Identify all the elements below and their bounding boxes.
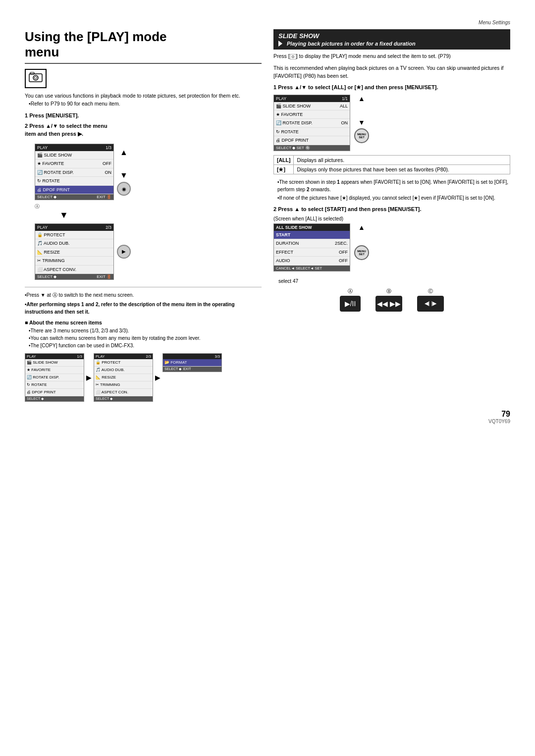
arrow-between-1: ▶ (85, 374, 93, 381)
right-arrow-up: ▲ (358, 95, 365, 103)
rmm-footer: SELECT ◆ SET 🔘 (274, 145, 350, 151)
asm-row: EFFECTOFF (274, 248, 350, 257)
down-arrow-icon: ▼ (59, 210, 262, 220)
btn-c-label: Ⓒ (417, 288, 444, 295)
vqt-code: VQT0Y69 (25, 419, 510, 424)
menu-row: 🔒 PROTECT (35, 231, 113, 239)
menu2-header: PLAY 2/3 (35, 224, 113, 231)
triangle-icon (278, 41, 282, 47)
menu-settings-label: Menu Settings (479, 20, 510, 25)
select-47-label: select 47 (278, 278, 510, 284)
menu-row: 🎬 SLIDE SHOW (35, 151, 113, 160)
arrow-between-2: ▶ (154, 374, 161, 381)
rmm-row: 🖨 DPOF PRINT (274, 136, 350, 145)
menu-row: ⬜ ASPECT CONV. (35, 266, 113, 274)
btn-b-shape: ◀◀ ▶▶ (375, 296, 402, 312)
btn-c-shape: ◀| |▶ (417, 296, 444, 312)
menu1-mockup: PLAY 1/3 🎬 SLIDE SHOW ★ FAVORITEOFF 🔄 RO… (35, 144, 114, 200)
right-arrows: ▲ ▼ MENU SET (354, 95, 369, 143)
arrow-down-icon: ▼ (120, 171, 128, 180)
rmm-row: ↻ ROTATE (274, 128, 350, 136)
menu-set-btn: MENU SET (354, 128, 369, 143)
table-cell-val: Displays only those pictures that have b… (294, 164, 510, 174)
asm-header: ALL SLIDE SHOW (274, 224, 350, 231)
allslide-menu-set-btn: MENU SET (354, 245, 369, 260)
circle-a-label: Ⓐ (35, 203, 262, 210)
nav-wheel: ◉ (117, 182, 131, 196)
page-title: Using the [PLAY] mode menu (25, 29, 262, 64)
arrow-up-icon: ▲ (120, 148, 128, 157)
about-section: About the menu screen items •There are 3… (25, 320, 262, 349)
page-number: 79 (25, 410, 510, 419)
right-menu-mockup: PLAY1/1 🎬 SLIDE SHOWALL ★ FAVORITE 🔄 ROT… (273, 95, 350, 151)
slide-show-title: SLIDE SHOW (278, 32, 505, 40)
rmm-row: 🔄 ROTATE DISP.ON (274, 119, 350, 127)
allslide-arrows: ▲ MENU SET (354, 223, 369, 260)
svg-point-3 (35, 77, 37, 79)
btn-b: Ⓑ ◀◀ ▶▶ (375, 288, 402, 312)
left-column: Using the [PLAY] mode menu You can use v… (25, 29, 262, 402)
slide-show-header: SLIDE SHOW Playing back pictures in orde… (273, 29, 510, 50)
allslide-arrow-up: ▲ (358, 223, 365, 231)
menu2-area: PLAY 2/3 🔒 PROTECT 🎵 AUDIO DUB. 📐 RESIZE… (25, 220, 262, 283)
asm-footer: CANCEL◄ SELECT◄ SET (274, 266, 350, 271)
table-cell-val: Displays all pictures. (294, 155, 510, 164)
asm-row: DURATION2SEC. (274, 239, 350, 248)
right-menu-area: PLAY1/1 🎬 SLIDE SHOWALL ★ FAVORITE 🔄 ROT… (273, 95, 510, 151)
right-arrow-down: ▼ (358, 118, 365, 126)
right-arrow-col: ▶ (117, 245, 131, 259)
arrows-col: ▲ ▼ ◉ (117, 148, 131, 196)
right-step1: 1 Press ▲/▼ to select [ALL] or [★] and t… (273, 84, 510, 91)
menu1-header: PLAY 1/3 (35, 144, 113, 151)
bullet-notes: •The screen shown in step 1 appears when… (273, 178, 510, 202)
allslide-mockup: ALL SLIDE SHOW START DURATION2SEC. EFFEC… (273, 223, 350, 271)
menu-row: ↻ ROTATE (35, 177, 113, 185)
three-menus-area: PLAY1/3 🎬 SLIDE SHOW ★ FAVORITE 🔄 ROTATE… (25, 353, 262, 402)
allslide-area: ALL SLIDE SHOW START DURATION2SEC. EFFEC… (273, 223, 510, 275)
table-row: [★] Displays only those pictures that ha… (274, 164, 510, 174)
right-desc1: Press [⊙] to display the [PLAY] mode men… (273, 53, 510, 60)
page-header: Menu Settings (25, 20, 510, 25)
small-menu-3: 3/3 📂 FORMAT SELECT ◆ EXIT (162, 353, 222, 372)
menu2-footer: SELECT ◆EXIT 🚪 (35, 274, 113, 279)
rmm-row: ★ FAVORITE (274, 110, 350, 119)
selection-table: [ALL] Displays all pictures. [★] Display… (273, 155, 510, 174)
rmm-header: PLAY1/1 (274, 95, 350, 102)
step2-label: 2 Press ▲/▼ to select the menu item and … (25, 122, 262, 138)
abc-buttons-row: Ⓐ ▶/II Ⓑ ◀◀ ▶▶ Ⓒ ◀| |▶ (273, 288, 510, 312)
table-cell-key: [★] (274, 164, 294, 174)
step1-label: 1 Press [MENU/SET]. (25, 112, 262, 119)
menu-row: ★ FAVORITEOFF (35, 160, 113, 168)
menu-row: 🔄 ROTATE DISP.ON (35, 168, 113, 177)
about-bullets: •There are 3 menu screens (1/3, 2/3 and … (25, 327, 262, 349)
asm-row: AUDIOOFF (274, 257, 350, 265)
btn-a-shape: ▶/II (340, 296, 361, 312)
menu2-mockup: PLAY 2/3 🔒 PROTECT 🎵 AUDIO DUB. 📐 RESIZE… (35, 223, 114, 280)
note2: •After performing steps 1 and 2, refer t… (25, 301, 262, 316)
svg-point-2 (33, 75, 38, 80)
table-cell-key: [ALL] (274, 155, 294, 164)
camera-icon (25, 69, 47, 88)
menu1-footer: SELECT ◆EXIT 🚪 (35, 194, 113, 200)
title-line2: menu (25, 45, 59, 59)
menu-row: ✂ TRIMMING (35, 257, 113, 265)
right-desc2: This is recommended when playing back pi… (273, 64, 510, 80)
about-title: About the menu screen items (25, 320, 262, 325)
right-column: SLIDE SHOW Playing back pictures in orde… (273, 29, 510, 312)
step2-sub: (Screen when [ALL] is selected) (273, 216, 510, 221)
nav-wheel-2: ▶ (117, 245, 131, 259)
btn-b-label: Ⓑ (375, 288, 402, 295)
rmm-row: 🎬 SLIDE SHOWALL (274, 102, 350, 110)
small-menu-1: PLAY1/3 🎬 SLIDE SHOW ★ FAVORITE 🔄 ROTATE… (25, 353, 84, 402)
intro-text: You can use various functions in playbac… (25, 92, 262, 108)
btn-a: Ⓐ ▶/II (340, 288, 361, 312)
right-step2: 2 Press ▲ to select [START] and then pre… (273, 206, 510, 213)
menu-row: 🎵 AUDIO DUB. (35, 239, 113, 248)
btn-a-label: Ⓐ (340, 288, 361, 295)
table-row: [ALL] Displays all pictures. (274, 155, 510, 164)
btn-c: Ⓒ ◀| |▶ (417, 288, 444, 312)
asm-row-start: START (274, 231, 350, 239)
slide-show-sub: Playing back pictures in order for a fix… (287, 41, 416, 47)
menu1-area: PLAY 1/3 🎬 SLIDE SHOW ★ FAVORITEOFF 🔄 RO… (25, 141, 262, 203)
menu-row: 📐 RESIZE (35, 248, 113, 257)
